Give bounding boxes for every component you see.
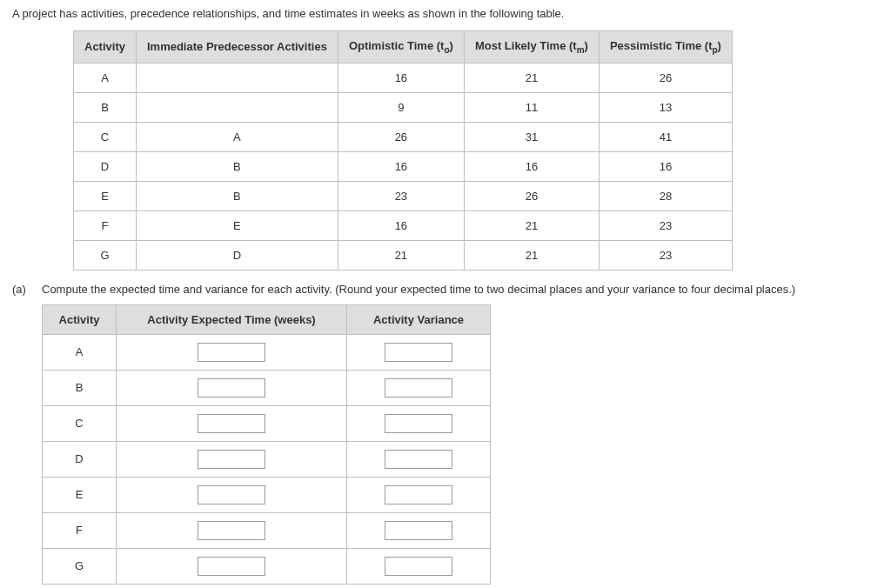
expected-time-input[interactable] (198, 521, 265, 540)
table-row: D (43, 441, 491, 477)
cell-to: 23 (338, 181, 464, 210)
cell-variance (347, 441, 491, 477)
col-predecessor: Immediate Predecessor Activities (136, 31, 338, 63)
cell-expected (117, 441, 347, 477)
cell-expected (117, 370, 347, 405)
cell-expected (117, 477, 347, 512)
table-row: A (43, 334, 491, 370)
cell-activity: F (43, 512, 117, 548)
cell-pred: E (136, 210, 338, 240)
cell-variance (347, 405, 491, 441)
cell-activity: D (43, 441, 117, 477)
answer-table: Activity Activity Expected Time (weeks) … (42, 304, 491, 585)
cell-activity: B (74, 92, 137, 122)
cell-activity: B (43, 370, 117, 405)
cell-variance (347, 548, 491, 584)
table-row: A162126 (74, 63, 733, 92)
table-row: GD212123 (74, 240, 733, 270)
cell-pred (136, 92, 338, 122)
col-pessimistic: Pessimistic Time (tp) (599, 31, 732, 63)
cell-expected (117, 334, 347, 370)
cell-pred: B (136, 181, 338, 210)
table-row: F (43, 512, 491, 548)
cell-pred (136, 63, 338, 92)
col-variance: Activity Variance (347, 304, 491, 334)
cell-to: 9 (338, 92, 464, 122)
col-activity: Activity (74, 31, 137, 63)
cell-tp: 41 (599, 122, 732, 151)
col-activity-2: Activity (43, 304, 117, 334)
cell-activity: D (74, 151, 137, 181)
cell-activity: G (74, 240, 137, 270)
cell-pred: A (136, 122, 338, 151)
cell-tm: 21 (464, 63, 599, 92)
cell-activity: A (43, 334, 117, 370)
cell-to: 26 (338, 122, 464, 151)
cell-expected (117, 405, 347, 441)
intro-text: A project has activities, precedence rel… (12, 7, 879, 20)
cell-activity: G (43, 548, 117, 584)
cell-activity: C (43, 405, 117, 441)
cell-variance (347, 512, 491, 548)
col-mostlikely: Most Likely Time (tm) (464, 31, 599, 63)
cell-tm: 11 (464, 92, 599, 122)
variance-input[interactable] (385, 414, 452, 433)
cell-expected (117, 548, 347, 584)
table-row: B91113 (74, 92, 733, 122)
table-row: E (43, 477, 491, 512)
question-label: (a) (12, 283, 42, 296)
cell-to: 16 (338, 210, 464, 240)
variance-input[interactable] (385, 557, 452, 576)
table-row: EB232628 (74, 181, 733, 210)
cell-pred: D (136, 240, 338, 270)
cell-activity: F (74, 210, 137, 240)
expected-time-input[interactable] (198, 414, 265, 433)
cell-tp: 23 (599, 240, 732, 270)
cell-variance (347, 334, 491, 370)
cell-to: 16 (338, 63, 464, 92)
time-estimates-table: Activity Immediate Predecessor Activitie… (73, 30, 733, 271)
expected-time-input[interactable] (198, 343, 265, 362)
cell-variance (347, 477, 491, 512)
question-text: Compute the expected time and variance f… (42, 283, 879, 296)
cell-activity: E (43, 477, 117, 512)
table-row: C (43, 405, 491, 441)
cell-tp: 16 (599, 151, 732, 181)
cell-to: 16 (338, 151, 464, 181)
cell-tm: 16 (464, 151, 599, 181)
cell-activity: E (74, 181, 137, 210)
expected-time-input[interactable] (198, 557, 265, 576)
table-row: CA263141 (74, 122, 733, 151)
cell-pred: B (136, 151, 338, 181)
cell-tm: 26 (464, 181, 599, 210)
cell-activity: C (74, 122, 137, 151)
variance-input[interactable] (385, 450, 452, 469)
cell-activity: A (74, 63, 137, 92)
expected-time-input[interactable] (198, 485, 265, 504)
variance-input[interactable] (385, 521, 452, 540)
variance-input[interactable] (385, 485, 452, 504)
expected-time-input[interactable] (198, 450, 265, 469)
cell-to: 21 (338, 240, 464, 270)
cell-tm: 31 (464, 122, 599, 151)
variance-input[interactable] (385, 378, 452, 398)
table-row: DB161616 (74, 151, 733, 181)
cell-tp: 23 (599, 210, 732, 240)
col-expected-time: Activity Expected Time (weeks) (117, 304, 347, 334)
expected-time-input[interactable] (198, 378, 265, 398)
cell-tp: 13 (599, 92, 732, 122)
table-row: FE162123 (74, 210, 733, 240)
table-row: G (43, 548, 491, 584)
col-optimistic: Optimistic Time (to) (338, 31, 464, 63)
table-row: B (43, 370, 491, 405)
question-a: (a) Compute the expected time and varian… (12, 283, 879, 296)
cell-tp: 26 (599, 63, 732, 92)
cell-tm: 21 (464, 240, 599, 270)
variance-input[interactable] (385, 343, 452, 362)
cell-tm: 21 (464, 210, 599, 240)
cell-variance (347, 370, 491, 405)
cell-tp: 28 (599, 181, 732, 210)
cell-expected (117, 512, 347, 548)
